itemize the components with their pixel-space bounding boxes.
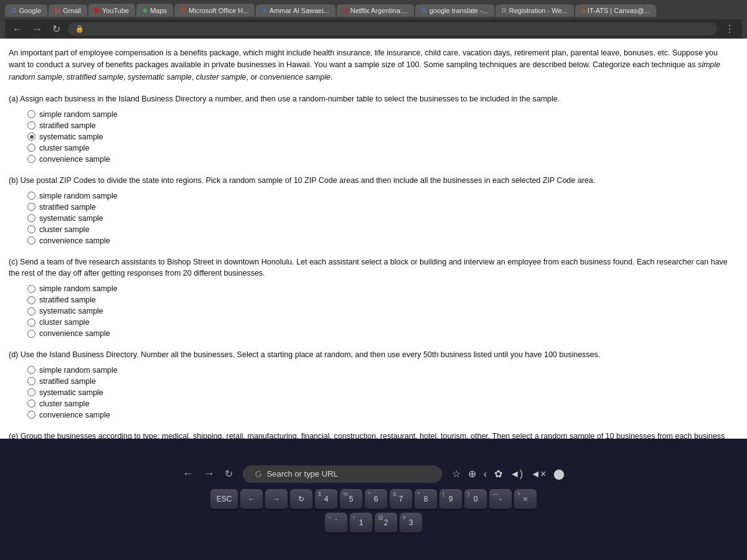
radio-c-simple-random[interactable] [27,285,35,293]
option-d-convenience[interactable]: convenience sample [27,411,736,419]
option-c-stratified[interactable]: stratified sample [27,296,736,304]
radio-a-convenience[interactable] [27,155,35,163]
key-equals[interactable]: + = [514,489,537,510]
option-a-convenience[interactable]: convenience sample [27,155,736,164]
key-4[interactable]: $ 4 [315,489,337,510]
volume-icon: ◄) [510,469,523,480]
key-tilde[interactable]: ~ ` [325,513,347,534]
key-9[interactable]: ( 9 [439,489,462,510]
tab-registration[interactable]: R Registration - We... [496,4,574,17]
option-c-simple-random[interactable]: simple random sample [27,284,736,293]
tab-netflix[interactable]: N Netflix Argentina:... [337,4,414,17]
option-d-stratified[interactable]: stratified sample [27,377,736,386]
radio-d-simple-random[interactable] [27,366,35,374]
radio-c-stratified[interactable] [27,296,35,304]
tab-canvas[interactable]: b IT-ATS | Canvas@... [575,4,656,17]
tab-gmail-label: Gmail [63,7,81,14]
forward-button[interactable]: → [30,22,45,36]
option-d-cluster-label: cluster sample [39,399,90,408]
radio-b-simple-random[interactable] [27,192,35,200]
key-esc[interactable]: ESC [210,489,238,510]
radio-d-convenience[interactable] [27,411,35,419]
option-b-convenience[interactable]: convenience sample [27,236,736,245]
radio-b-stratified[interactable] [27,203,35,211]
back-chevron-icon: ‹ [484,469,487,480]
tab-msoffice-label: Microsoft Office H... [189,7,248,14]
radio-a-systematic[interactable] [27,133,35,141]
tab-ammar[interactable]: A Ammar Al Sawaei... [256,4,335,17]
option-c-convenience[interactable]: convenience sample [27,329,736,338]
option-b-stratified[interactable]: stratified sample [27,203,736,212]
address-bar[interactable]: 🔒 [68,22,717,35]
tab-msoffice[interactable]: ⊞ Microsoft Office H... [174,4,255,17]
option-c-cluster-label: cluster sample [39,318,90,327]
option-b-cluster[interactable]: cluster sample [27,225,736,234]
key-1[interactable]: ! 1 [350,513,372,534]
maps-icon: ◆ [143,6,148,14]
back-button[interactable]: ← [10,22,25,36]
tab-google[interactable]: G Google [5,4,47,17]
key-back[interactable]: ← [240,489,263,510]
question-b: (b) Use postal ZIP Codes to divide the s… [9,175,736,245]
key-forward[interactable]: → [265,489,288,510]
radio-a-cluster[interactable] [27,144,35,152]
key-8[interactable]: * 8 [415,489,437,510]
keyboard: ESC ← → ↻ $ 4 % 5 ^ 6 & 7 * 8 [12,489,735,534]
tab-maps[interactable]: ◆ Maps [136,4,173,17]
tab-youtube[interactable]: ▶ YouTube [88,4,135,17]
option-a-cluster[interactable]: cluster sample [27,144,736,152]
option-a-simple-random[interactable]: simple random sample [27,110,736,119]
radio-a-simple-random[interactable] [27,110,35,118]
question-a-text: (a) Assign each business in the Island B… [9,93,736,105]
extensions-button[interactable]: ⋮ [722,22,737,36]
radio-b-convenience[interactable] [27,236,35,245]
radio-c-convenience[interactable] [27,330,35,338]
intro-paragraph: An important part of employee compensati… [9,47,736,83]
radio-b-cluster[interactable] [27,225,35,233]
nav-left-icon: ← [182,467,194,480]
omnibox-text: Search or type URL [267,469,338,478]
key-2[interactable]: @ 2 [375,513,397,534]
option-d-simple-random[interactable]: simple random sample [27,366,736,375]
canvas-icon: b [581,7,585,14]
google-icon: G [11,7,17,14]
radio-b-systematic[interactable] [27,214,35,222]
question-b-options: simple random sample stratified sample s… [9,192,736,245]
question-a-options: simple random sample stratified sample s… [9,110,736,164]
option-d-systematic[interactable]: systematic sample [27,388,736,397]
radio-c-cluster[interactable] [27,319,35,327]
keyboard-row-2: ~ ` ! 1 @ 2 # 3 [19,513,728,534]
google-omnibox-icon: G [255,469,262,479]
option-c-systematic[interactable]: systematic sample [27,307,736,315]
tab-gmail[interactable]: M Gmail [49,4,87,17]
option-b-simple-random[interactable]: simple random sample [27,192,736,200]
radio-d-systematic[interactable] [27,388,35,396]
question-a: (a) Assign each business in the Island B… [9,93,736,164]
radio-d-stratified[interactable] [27,377,35,385]
plus-icon: ⊕ [468,468,476,480]
key-minus[interactable]: — - [489,489,512,510]
radio-c-systematic[interactable] [27,307,35,315]
key-refresh[interactable]: ↻ [290,489,312,510]
refresh-icon: ↻ [225,468,233,480]
radio-d-cluster[interactable] [27,399,35,408]
key-0[interactable]: ) 0 [464,489,487,510]
option-d-cluster[interactable]: cluster sample [27,399,736,408]
tab-bar: G Google M Gmail ▶ YouTube ◆ Maps ⊞ Micr… [5,4,742,17]
option-a-systematic[interactable]: systematic sample [27,133,736,141]
question-e-label: (e) [9,432,21,439]
omnibox[interactable]: G Search or type URL [243,465,442,483]
option-c-convenience-label: convenience sample [39,329,110,338]
key-6[interactable]: ^ 6 [365,489,387,510]
radio-a-stratified[interactable] [27,121,35,129]
nav-bar: ← → ↻ 🔒 ⋮ [5,19,742,39]
key-5[interactable]: % 5 [340,489,362,510]
option-c-cluster[interactable]: cluster sample [27,318,736,327]
option-a-stratified[interactable]: stratified sample [27,121,736,130]
option-b-systematic[interactable]: systematic sample [27,214,736,223]
refresh-button[interactable]: ↻ [50,22,63,36]
tab-gtranslate[interactable]: G google translate -... [415,4,494,17]
option-b-stratified-label: stratified sample [39,203,96,212]
key-3[interactable]: # 3 [400,513,422,534]
key-7[interactable]: & 7 [390,489,412,510]
